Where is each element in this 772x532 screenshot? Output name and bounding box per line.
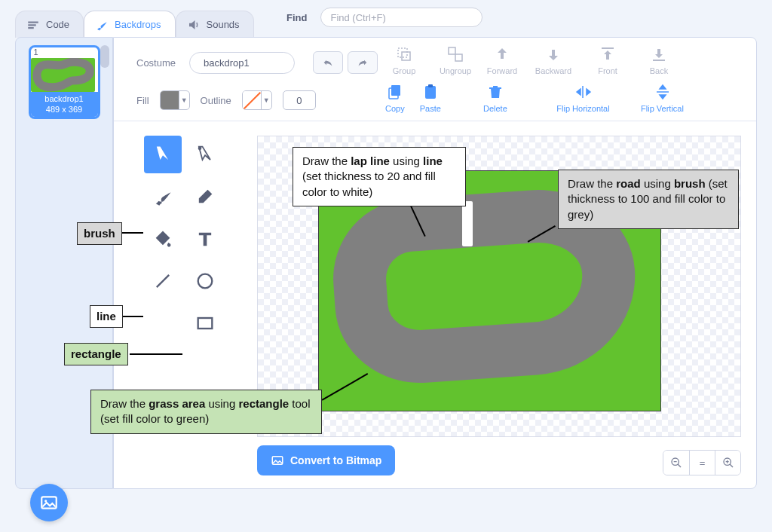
backward-icon [544,45,562,63]
backdrop-thumbnail[interactable]: 1 backdrop1 489 x 369 [29,45,100,119]
delete-group: Delete [483,83,507,113]
editor-tabs: Code Backdrops Sounds [15,8,254,38]
svg-point-17 [198,274,213,289]
copy-button[interactable]: Copy [385,83,405,113]
front-button[interactable]: Front [589,45,626,75]
front-back-actions: Front Back [589,45,678,75]
back-button[interactable]: Back [640,45,678,75]
thumbnail-caption: backdrop1 489 x 369 [31,92,98,117]
back-icon [650,45,668,63]
forward-button[interactable]: Forward [483,45,521,75]
backward-button[interactable]: Backward [535,45,572,75]
thumbnail-number: 1 [31,47,98,57]
zoom-out-button[interactable] [663,451,689,475]
tool-palette [144,136,224,342]
costume-label: Costume [136,57,176,69]
flip-horizontal-button[interactable]: Flip Horizontal [551,83,615,113]
outline-label: Outline [201,95,231,106]
brush-tool[interactable] [144,178,182,216]
ungroup-icon [446,45,464,63]
circle-tool[interactable] [186,262,224,300]
convert-label: Convert to Bitmap [290,454,381,466]
zoom-controls: = [663,450,741,475]
costume-name-input[interactable]: backdrop1 [189,52,295,74]
costume-row: Costume backdrop1 [136,51,378,74]
find-area: Find Find (Ctrl+F) [286,8,482,27]
flip-horizontal-icon [574,83,593,101]
image-icon [39,493,59,512]
copy-icon [386,83,404,101]
reshape-tool[interactable] [186,136,224,173]
brush-icon [95,20,109,30]
undo-redo-group [313,51,378,74]
zoom-in-icon [722,457,734,469]
callout-road: Draw the road using brush (set thickness… [558,170,739,229]
undo-button[interactable] [313,51,343,74]
flip-vertical-button[interactable]: Flip Vertical [630,83,694,113]
leader-line [121,232,143,234]
tab-label: Code [46,19,69,30]
svg-point-15 [198,147,202,151]
order-actions: Forward Backward [483,45,572,75]
text-tool[interactable] [186,220,224,258]
lap-line-shape [462,201,473,246]
svg-rect-1 [28,24,36,26]
undo-icon [320,57,335,69]
find-placeholder: Find (Ctrl+F) [330,12,385,23]
chevron-down-icon: ▼ [179,91,189,109]
chevron-down-icon: ▼ [261,91,271,109]
convert-to-bitmap-button[interactable]: Convert to Bitmap [257,445,395,475]
trash-icon [486,83,504,101]
flip-actions: Flip Horizontal Flip Vertical [551,83,694,113]
code-icon [26,20,40,30]
flip-vertical-icon [654,83,672,101]
redo-button[interactable] [348,51,378,74]
leader-line [121,316,143,317]
paste-button[interactable]: Paste [420,83,441,113]
tab-backdrops[interactable]: Backdrops [84,11,175,38]
svg-rect-8 [455,54,462,61]
zoom-in-button[interactable] [715,451,740,475]
fill-outline-row: Fill ▼ Outline ▼ 0 [136,90,316,110]
outline-color-picker[interactable]: ▼ [242,90,272,110]
eraser-tool[interactable] [186,178,224,216]
svg-rect-9 [602,47,614,49]
svg-rect-3 [41,497,57,508]
fill-swatch [161,91,179,109]
rectangle-tool[interactable] [186,304,224,342]
tab-sounds[interactable]: Sounds [176,11,254,38]
outline-width-input[interactable]: 0 [283,90,316,110]
select-tool[interactable] [144,136,182,173]
tab-label: Sounds [207,19,240,30]
svg-rect-2 [28,27,34,29]
svg-line-21 [678,464,681,467]
ungroup-button[interactable]: Ungroup [437,45,474,75]
toolbar-divider [114,121,756,121]
tab-label: Backdrops [115,19,161,30]
sidebar-scrollbar[interactable] [100,45,109,68]
thumbnail-name: backdrop1 [31,93,98,104]
find-label: Find [286,12,307,23]
group-button[interactable]: Group [385,45,423,75]
svg-rect-13 [425,86,436,99]
zoom-reset-button[interactable]: = [689,451,715,475]
delete-button[interactable]: Delete [483,83,507,113]
fill-color-picker[interactable]: ▼ [160,90,190,110]
fill-label: Fill [136,95,149,106]
svg-rect-10 [653,60,665,61]
svg-rect-14 [428,84,433,87]
add-backdrop-button[interactable] [30,484,68,521]
thumbnail-preview [31,58,95,92]
front-icon [599,45,617,63]
line-tool[interactable] [144,262,182,300]
callout-rectangle-label: rectangle [64,343,128,365]
fill-tool[interactable] [144,220,182,258]
callout-brush-label: brush [77,222,122,245]
leader-line [130,353,182,355]
svg-rect-5 [398,48,407,57]
find-input[interactable]: Find (Ctrl+F) [320,8,482,27]
callout-line-label: line [90,305,123,328]
clipboard-actions: Copy Paste [385,83,441,113]
tab-code[interactable]: Code [15,11,84,38]
svg-rect-11 [391,85,400,96]
